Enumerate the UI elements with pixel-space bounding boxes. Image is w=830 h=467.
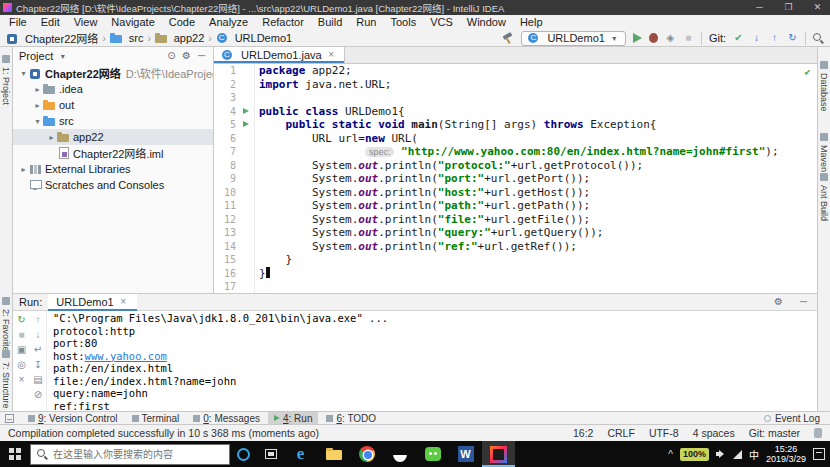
start-button[interactable] <box>0 441 30 467</box>
console-link[interactable]: www.yahoo.com <box>85 350 167 362</box>
battery-indicator[interactable]: 100% <box>680 448 709 461</box>
tree-item-External Libraries[interactable]: ▸External Libraries <box>13 161 213 177</box>
tree-expand-arrow[interactable]: ▾ <box>32 117 43 126</box>
input-method-indicator[interactable]: 中 <box>749 447 759 462</box>
hide-panel-icon[interactable] <box>196 50 207 62</box>
search-input[interactable] <box>53 449 215 460</box>
menu-view[interactable]: View <box>67 15 105 30</box>
minimize-button[interactable]: ─ <box>747 0 772 15</box>
tree-item-out[interactable]: ▸out <box>13 97 213 113</box>
network-icon[interactable] <box>733 450 742 459</box>
tree-expand-arrow[interactable]: ▸ <box>18 165 29 174</box>
encoding-selector[interactable]: UTF-8 <box>649 427 679 439</box>
git-revert-icon[interactable] <box>787 32 798 44</box>
tool-window-button-maven[interactable]: Maven <box>819 133 829 172</box>
tree-item-Chapter22网络[interactable]: ▾Chapter22网络D:\软件\IdeaProjects\Chapter22… <box>13 65 213 81</box>
tree-item-src[interactable]: ▾src <box>13 113 213 129</box>
search-everywhere-icon[interactable] <box>813 33 824 44</box>
prev-occurrence-icon[interactable] <box>32 314 44 326</box>
menu-vcs[interactable]: VCS <box>423 15 460 30</box>
menu-edit[interactable]: Edit <box>34 15 67 30</box>
tree-item-Chapter22网络.iml[interactable]: Chapter22网络.iml <box>13 145 213 161</box>
taskbar-clock[interactable]: 15:26 2019/3/29 <box>766 444 806 464</box>
taskbar-app-chrome[interactable] <box>350 441 383 467</box>
inspections-ok-icon[interactable] <box>802 66 813 78</box>
task-view-button[interactable] <box>257 441 284 467</box>
locate-file-icon[interactable] <box>166 50 177 62</box>
menu-refactor[interactable]: Refactor <box>255 15 311 30</box>
close-run-tab-icon[interactable] <box>118 296 129 308</box>
tree-expand-arrow[interactable]: ▸ <box>32 85 43 94</box>
build-hammer-icon[interactable] <box>501 32 514 45</box>
soft-wrap-icon[interactable] <box>32 344 44 356</box>
menu-run[interactable]: Run <box>349 15 383 30</box>
run-button[interactable] <box>633 33 642 43</box>
print-icon[interactable] <box>32 374 44 386</box>
toolwindow-button-messages[interactable]: 0: Messages <box>187 412 266 425</box>
tool-window-button-database[interactable]: Database <box>819 61 829 112</box>
taskbar-app-idea[interactable] <box>482 441 515 467</box>
menu-build[interactable]: Build <box>311 15 349 30</box>
menu-navigate[interactable]: Navigate <box>104 15 161 30</box>
tool-window-button-project[interactable]: 1: Project <box>1 55 11 105</box>
restore-layout-icon[interactable] <box>16 344 28 356</box>
tree-expand-arrow[interactable]: ▸ <box>46 133 57 142</box>
git-update-icon[interactable] <box>751 32 762 44</box>
breadcrumb-item[interactable]: URLDemo1 <box>216 32 292 44</box>
menu-tools[interactable]: Tools <box>383 15 423 30</box>
console-output[interactable]: "C:\Program Files\Java\jdk1.8.0_201\bin\… <box>47 311 817 411</box>
close-icon[interactable] <box>16 374 28 386</box>
action-center-icon[interactable] <box>813 448 825 460</box>
menu-code[interactable]: Code <box>162 15 202 30</box>
tree-expand-arrow[interactable]: ▾ <box>18 69 29 78</box>
inspector-profile-icon[interactable] <box>814 428 822 438</box>
stop-button[interactable] <box>683 32 694 44</box>
pin-tab-icon[interactable] <box>16 359 28 371</box>
editor-tab-urldemo1[interactable]: URLDemo1.java <box>214 47 345 63</box>
cortana-button[interactable] <box>230 441 257 467</box>
tool-window-switcher-icon[interactable] <box>5 414 14 423</box>
git-commit-icon[interactable] <box>733 32 744 44</box>
git-push-icon[interactable] <box>769 32 780 44</box>
event-log-button[interactable]: Event Log <box>764 413 825 424</box>
run-settings-gear-icon[interactable] <box>773 296 784 308</box>
tree-item-.idea[interactable]: ▸.idea <box>13 81 213 97</box>
tree-item-Scratches and Consoles[interactable]: Scratches and Consoles <box>13 177 213 193</box>
toolwindow-button-vcs[interactable]: 9: Version Control <box>22 412 124 425</box>
next-occurrence-icon[interactable] <box>32 329 44 341</box>
run-gutter-icon[interactable] <box>240 105 254 119</box>
toolwindow-button-todo[interactable]: 6: TODO <box>320 412 382 425</box>
clear-all-icon[interactable] <box>32 389 44 401</box>
taskbar-app-qq[interactable] <box>383 441 416 467</box>
taskbar-app-edge[interactable] <box>284 441 317 467</box>
breadcrumb-item[interactable]: Chapter22网络 <box>6 30 98 46</box>
project-view-dropdown-icon[interactable] <box>57 50 68 63</box>
close-tab-icon[interactable] <box>326 49 337 61</box>
taskbar-app-word[interactable] <box>449 441 482 467</box>
run-gutter-icon[interactable] <box>240 118 254 132</box>
line-ending-selector[interactable]: CRLF <box>607 427 634 439</box>
menu-window[interactable]: Window <box>460 15 513 30</box>
toolwindow-button-terminal[interactable]: Terminal <box>126 412 186 425</box>
toolwindow-button-run[interactable]: 4: Run <box>268 412 318 425</box>
tool-window-button--structure[interactable]: 7: Structure <box>1 350 11 409</box>
breadcrumb-item[interactable]: app22 <box>155 32 205 44</box>
volume-icon[interactable] <box>716 449 726 459</box>
indent-selector[interactable]: 4 spaces <box>693 427 735 439</box>
menu-help[interactable]: Help <box>513 15 550 30</box>
stop-icon[interactable] <box>16 329 28 341</box>
hide-run-panel-icon[interactable] <box>798 296 809 308</box>
debug-button[interactable] <box>649 33 658 43</box>
taskbar-search-box[interactable] <box>30 444 230 465</box>
tool-window-button-ant-build[interactable]: Ant Build <box>819 173 829 221</box>
run-config-selector[interactable]: URLDemo1 <box>521 31 625 46</box>
menu-file[interactable]: File <box>2 15 34 30</box>
tree-item-app22[interactable]: ▸app22 <box>13 129 213 145</box>
rerun-icon[interactable] <box>16 314 28 326</box>
coverage-button[interactable] <box>665 32 676 44</box>
tree-expand-arrow[interactable]: ▸ <box>32 101 43 110</box>
taskbar-app-wechat[interactable] <box>416 441 449 467</box>
maximize-button[interactable]: ❐ <box>776 0 801 15</box>
hidden-icons-chevron[interactable]: ^ <box>668 449 673 460</box>
editor-area[interactable]: URLDemo1.java 1package app22;2import jav… <box>214 47 817 293</box>
